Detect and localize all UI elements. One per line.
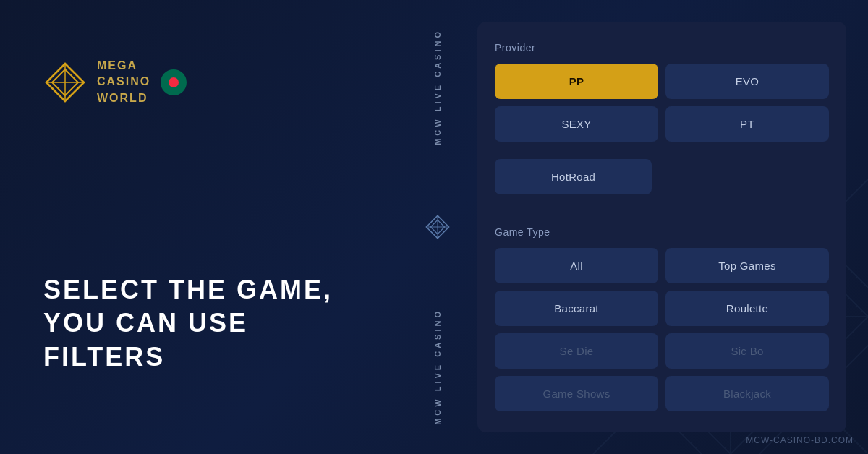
game-type-btn-roulette[interactable]: Roulette — [665, 291, 829, 326]
provider-label: Provider — [495, 42, 829, 53]
game-type-btn-se-die[interactable]: Se Die — [495, 333, 658, 369]
game-type-section: Game Type All Top Games Baccarat Roulett… — [495, 226, 829, 411]
main-tagline: SELECT THE GAME, YOU CAN USE FILTERS — [43, 273, 333, 374]
game-type-label: Game Type — [495, 226, 829, 238]
game-type-btn-baccarat[interactable]: Baccarat — [495, 291, 658, 326]
logo-area: MEGA CASINO WORLD — [43, 58, 187, 106]
vertical-label-bottom: MCW LIVE CASINO — [433, 309, 442, 425]
provider-button-grid: PP EVO SEXY PT — [495, 64, 829, 142]
game-type-btn-game-shows[interactable]: Game Shows — [495, 376, 658, 411]
vertical-text-container: MCW LIVE CASINO MCW LIVE CASINO — [420, 0, 456, 454]
logo-icon — [43, 61, 87, 104]
game-type-btn-sic-bo[interactable]: Sic Bo — [665, 333, 829, 369]
flag-icon — [161, 69, 187, 95]
filter-panel: Provider PP EVO SEXY PT HotRoad Game Typ… — [477, 22, 846, 432]
provider-section: Provider PP EVO SEXY PT HotRoad — [495, 42, 829, 194]
vertical-label-top: MCW LIVE CASINO — [433, 29, 442, 145]
game-type-btn-all[interactable]: All — [495, 248, 658, 283]
provider-btn-pp[interactable]: PP — [495, 64, 658, 99]
provider-btn-pt[interactable]: PT — [665, 106, 829, 142]
center-logo-icon — [425, 214, 451, 240]
game-type-button-grid: All Top Games Baccarat Roulette Se Die S… — [495, 248, 829, 411]
game-type-btn-top-games[interactable]: Top Games — [665, 248, 829, 283]
logo-text: MEGA CASINO WORLD — [97, 58, 150, 106]
provider-btn-evo[interactable]: EVO — [665, 64, 829, 99]
provider-btn-hotroad[interactable]: HotRoad — [495, 159, 652, 194]
provider-btn-sexy[interactable]: SEXY — [495, 106, 658, 142]
game-type-btn-blackjack[interactable]: Blackjack — [665, 376, 829, 411]
provider-hotroad-grid: HotRoad — [495, 159, 829, 194]
footer-url: MCW-CASINO-BD.COM — [746, 435, 854, 445]
